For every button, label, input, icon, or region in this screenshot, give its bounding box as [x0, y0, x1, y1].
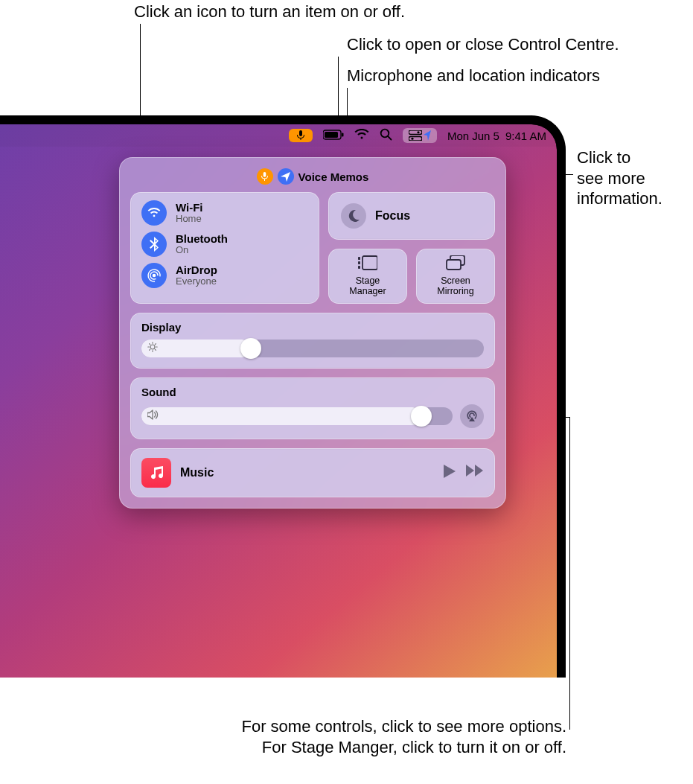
airdrop-text: AirDrop Everyone: [176, 264, 217, 287]
spotlight-icon[interactable]: [380, 128, 392, 143]
wifi-title: Wi-Fi: [176, 202, 203, 214]
menubar: Mon Jun 5 9:41 AM: [0, 124, 557, 147]
menubar-date: Mon Jun 5: [447, 130, 499, 142]
callout-more-options: For some controls, click to see more opt…: [242, 716, 567, 757]
play-button[interactable]: [444, 465, 456, 481]
svg-point-6: [417, 131, 419, 133]
wifi-icon[interactable]: [141, 200, 167, 226]
sound-slider[interactable]: [141, 407, 453, 425]
callout-toggle-icons: Click an icon to turn an item on or off.: [134, 1, 405, 22]
small-tiles-row: Stage Manager Screen Mirroring: [328, 249, 495, 304]
screen-mirroring-icon: [446, 255, 465, 273]
airplay-audio-button[interactable]: [460, 404, 484, 428]
svg-line-23: [150, 343, 150, 344]
sound-tile[interactable]: Sound: [130, 377, 495, 439]
callout-line: [569, 417, 570, 730]
callout-open-close-cc: Click to open or close Control Centre.: [347, 34, 619, 55]
location-indicator-icon: [278, 168, 294, 185]
menubar-status-group: Mon Jun 5 9:41 AM: [289, 128, 546, 143]
focus-tile[interactable]: Focus: [328, 192, 495, 240]
battery-icon: [323, 130, 344, 142]
wifi-icon[interactable]: [354, 129, 369, 142]
svg-rect-13: [358, 261, 360, 264]
music-app-icon: [141, 458, 171, 488]
display-slider-fill: [141, 340, 251, 357]
svg-rect-7: [409, 137, 422, 141]
bluetooth-icon[interactable]: [141, 232, 167, 257]
menubar-clock[interactable]: Mon Jun 5 9:41 AM: [447, 130, 546, 142]
indicator-app-label: Voice Memos: [298, 170, 369, 183]
svg-line-25: [155, 343, 156, 344]
sound-slider-fill: [141, 407, 421, 425]
volume-icon: [147, 409, 159, 423]
bluetooth-text: Bluetooth On: [176, 233, 228, 256]
mic-indicator-icon: [257, 168, 273, 185]
display-slider-knob[interactable]: [240, 338, 261, 359]
callout-see-info: Click to see more information.: [577, 147, 662, 209]
right-column: Focus Stage Manager: [328, 192, 495, 304]
music-controls: [444, 465, 484, 481]
stage-manager-tile[interactable]: Stage Manager: [328, 249, 407, 304]
mic-recording-indicator[interactable]: [289, 129, 313, 142]
callout-more-options-line2: For Stage Manger, click to turn it on or…: [242, 737, 567, 758]
bluetooth-subtitle: On: [176, 245, 228, 255]
callout-more-options-line1: For some controls, click to see more opt…: [242, 716, 567, 737]
stage-manager-icon: [358, 255, 377, 273]
bluetooth-toggle[interactable]: Bluetooth On: [141, 232, 308, 257]
music-title: Music: [180, 466, 435, 479]
focus-label: Focus: [375, 209, 410, 223]
wifi-subtitle: Home: [176, 214, 203, 224]
connectivity-tile[interactable]: Wi-Fi Home Bluetooth On: [130, 192, 319, 304]
display-tile[interactable]: Display: [130, 313, 495, 369]
brightness-icon: [147, 342, 158, 355]
display-label: Display: [141, 321, 484, 334]
active-indicator-row[interactable]: Voice Memos: [130, 168, 495, 185]
location-arrow-icon: [424, 130, 431, 141]
svg-line-4: [388, 136, 391, 139]
music-tile[interactable]: Music: [130, 448, 495, 497]
svg-rect-1: [325, 132, 338, 138]
stage-manager-label: Stage Manager: [349, 276, 386, 297]
moon-icon: [341, 203, 366, 229]
device-frame: Mon Jun 5 9:41 AM Voice Memos: [0, 115, 566, 678]
svg-rect-2: [342, 133, 344, 136]
svg-rect-17: [447, 260, 461, 270]
airdrop-icon[interactable]: [141, 263, 167, 288]
svg-rect-12: [358, 257, 360, 260]
svg-line-24: [155, 349, 156, 350]
control-centre-toggle[interactable]: [403, 128, 437, 143]
top-controls-grid: Wi-Fi Home Bluetooth On: [130, 192, 495, 304]
airdrop-toggle[interactable]: AirDrop Everyone: [141, 263, 308, 288]
svg-line-26: [150, 349, 150, 350]
screen-mirroring-tile[interactable]: Screen Mirroring: [416, 249, 495, 304]
bluetooth-title: Bluetooth: [176, 233, 228, 246]
callout-mic-loc-indicators: Microphone and location indicators: [347, 66, 600, 86]
airdrop-title: AirDrop: [176, 264, 217, 277]
sound-slider-knob[interactable]: [411, 406, 432, 427]
svg-rect-14: [358, 266, 360, 269]
menubar-time: 9:41 AM: [505, 130, 546, 142]
wifi-toggle[interactable]: Wi-Fi Home: [141, 200, 308, 226]
airdrop-subtitle: Everyone: [176, 276, 217, 287]
display-slider[interactable]: [141, 340, 484, 357]
sound-label: Sound: [141, 386, 484, 398]
svg-rect-15: [363, 256, 377, 270]
svg-rect-5: [409, 130, 422, 135]
svg-point-18: [150, 345, 155, 349]
svg-point-9: [153, 274, 156, 278]
wifi-text: Wi-Fi Home: [176, 202, 203, 225]
screen: Mon Jun 5 9:41 AM Voice Memos: [0, 124, 557, 678]
svg-point-8: [411, 138, 413, 140]
next-track-button[interactable]: [466, 465, 484, 481]
control-centre-panel: Voice Memos Wi-Fi Home: [119, 157, 506, 509]
screen-mirroring-label: Screen Mirroring: [437, 276, 473, 297]
